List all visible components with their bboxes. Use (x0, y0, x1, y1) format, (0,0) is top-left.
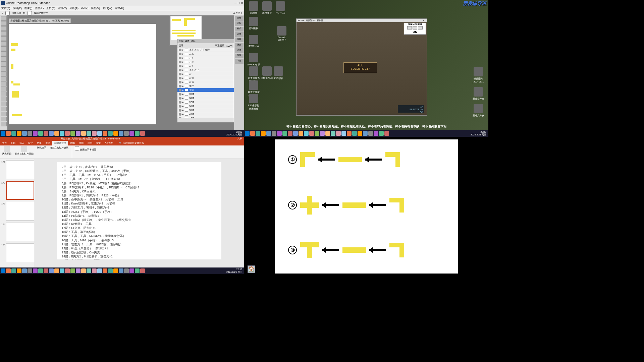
visibility-icon[interactable] (179, 61, 181, 63)
taskbar-app-icon[interactable] (282, 131, 287, 136)
ribbon-tab[interactable]: 帮助 (94, 141, 103, 145)
taskbar-app-icon[interactable] (250, 131, 255, 136)
tool-button[interactable] (1, 56, 7, 61)
from-current-button[interactable]: 从当前幻灯片开始 (15, 146, 34, 158)
taskbar-app-icon[interactable] (304, 131, 309, 136)
slide-thumbnail[interactable] (6, 160, 34, 179)
taskbar-app-icon[interactable] (368, 131, 373, 136)
taskbar[interactable]: 22:532024/2/21 周三 (0, 267, 244, 274)
taskbar-app-icon[interactable] (17, 131, 21, 136)
start-button[interactable] (1, 268, 5, 273)
visibility-icon[interactable] (179, 113, 181, 116)
visibility-icon[interactable] (179, 69, 181, 71)
visibility-icon[interactable] (179, 85, 181, 87)
taskbar-app-icon[interactable] (113, 268, 118, 273)
layer-row[interactable]: ▸38楼 (177, 96, 234, 100)
ribbon-tab[interactable]: 视图 (77, 141, 86, 145)
ribbon-tab[interactable]: 动画 (44, 141, 52, 145)
menu-item[interactable]: 滤镜(T) (58, 6, 67, 10)
taskbar-app-icon[interactable] (49, 131, 54, 136)
panel-icon[interactable]: 蒙版 (235, 38, 244, 42)
layer-row[interactable]: ▸45楼 (177, 112, 234, 116)
ppt-titlebar[interactable]: 寄生前夜1克莱斯勒大楼地图及物品介绍.ppt - PowerPoint 共享 (0, 137, 244, 141)
tool-button[interactable] (1, 31, 7, 36)
game-viewport[interactable]: FRAMELIMIT ON ALL BULLETS 217 AT 593/621… (297, 22, 427, 115)
visibility-icon[interactable] (179, 109, 181, 112)
tool-button[interactable] (1, 76, 7, 81)
taskbar-app-icon[interactable] (347, 131, 352, 136)
workspace-switcher[interactable]: 工作区 ▾ (233, 11, 242, 15)
emulator-titlebar[interactable]: ePSXe - 增强型 PSX 模拟器 × (297, 19, 427, 22)
tool-button[interactable] (1, 107, 7, 111)
desktop-icon[interactable]: 此电脑 (247, 1, 260, 15)
menu-item[interactable]: 帮助(H) (115, 6, 124, 10)
taskbar-app-icon[interactable] (76, 268, 80, 273)
tool-button[interactable] (1, 21, 7, 26)
ribbon-tab[interactable]: 审阅 (68, 141, 77, 145)
layer-row[interactable]: ▸上下-左上 (177, 68, 234, 72)
home-button[interactable]: 🏠 (248, 265, 255, 273)
visibility-icon[interactable] (179, 49, 181, 51)
taskbar-app-icon[interactable] (33, 131, 38, 136)
layer-row[interactable]: ▸上下-左右-右下整理 (177, 48, 234, 52)
custom-show-button[interactable]: 自定义幻灯片放映 (50, 146, 68, 158)
taskbar-app-icon[interactable] (315, 131, 319, 136)
opacity-value[interactable]: 100% (226, 45, 232, 47)
search-box[interactable]: 🔍 告诉我你想要做什么 (117, 141, 146, 145)
panel-icon[interactable]: 颜色 (235, 16, 244, 21)
tool-button[interactable] (1, 86, 7, 91)
close-button[interactable]: × (241, 1, 243, 5)
tool-button[interactable] (1, 117, 7, 121)
layer-row[interactable]: ▸左 (177, 72, 234, 76)
slide-editor[interactable]: 2层：攻击力+1，攻击力+1，装单数+33层：攻击力+2，CR回避+1，工具，U… (34, 159, 244, 267)
taskbar-app-icon[interactable] (44, 131, 48, 136)
taskbar-app-icon[interactable] (119, 131, 123, 136)
layer-row[interactable]: ▸右上 (177, 60, 234, 64)
slide-thumbnail[interactable] (6, 223, 34, 241)
taskbar-app-icon[interactable] (272, 131, 276, 136)
slide-thumbnail[interactable] (6, 181, 34, 200)
taskbar-app-icon[interactable] (277, 131, 282, 136)
taskbar-app-icon[interactable] (320, 131, 325, 136)
slide-thumbnail[interactable] (6, 202, 34, 221)
visibility-icon[interactable] (179, 73, 181, 75)
taskbar-app-icon[interactable] (70, 268, 75, 273)
visibility-icon[interactable] (179, 53, 181, 55)
layer-list[interactable]: ▸上下-左右-右下整理▸左右▸右下▸右上▸左下▸上下-左上▸左▸左前▸左后▸整理… (177, 48, 234, 118)
menu-item[interactable]: 3D(D) (81, 6, 88, 10)
taskbar-app-icon[interactable] (60, 268, 64, 273)
taskbar-app-icon[interactable] (28, 131, 32, 136)
visibility-icon[interactable] (179, 97, 181, 100)
desktop-icon[interactable]: ePSXe.exe (247, 35, 260, 47)
taskbar-app-icon[interactable] (65, 131, 70, 136)
taskbar-app-icon[interactable] (103, 268, 107, 273)
share-button[interactable]: 共享 (237, 137, 242, 140)
tool-button[interactable] (1, 102, 7, 106)
show-transform-checkbox[interactable] (28, 11, 32, 15)
tool-button[interactable] (1, 97, 7, 101)
auto-select-checkbox[interactable] (5, 11, 10, 15)
panel-icon[interactable]: 样式 (235, 27, 244, 32)
layer-row[interactable]: ▸37楼 (177, 100, 234, 104)
tool-button[interactable] (1, 41, 7, 46)
desktop-icon[interactable]: 微信图片_2024011... (472, 67, 485, 83)
taskbar-app-icon[interactable] (293, 131, 298, 136)
menu-item[interactable]: 图层(L) (35, 6, 44, 10)
taskbar-app-icon[interactable] (140, 268, 145, 273)
visibility-icon[interactable] (179, 57, 181, 59)
panel-icon[interactable]: 调整 (235, 32, 244, 37)
ribbon-tab[interactable]: Acrobat (103, 141, 115, 145)
taskbar-app-icon[interactable] (22, 131, 27, 136)
tool-button[interactable] (1, 51, 7, 56)
taskbar-app-icon[interactable] (135, 268, 140, 273)
menu-item[interactable]: 视图(V) (91, 6, 100, 10)
ribbon-tab[interactable]: 录制 (86, 141, 94, 145)
visibility-icon[interactable] (179, 105, 181, 108)
taskbar-app-icon[interactable] (76, 131, 80, 136)
taskbar-app-icon[interactable] (124, 131, 129, 136)
taskbar-app-icon[interactable] (38, 131, 43, 136)
tool-button[interactable] (1, 112, 7, 116)
taskbar-app-icon[interactable] (60, 131, 64, 136)
taskbar-app-icon[interactable] (266, 131, 271, 136)
taskbar-app-icon[interactable] (384, 131, 389, 136)
